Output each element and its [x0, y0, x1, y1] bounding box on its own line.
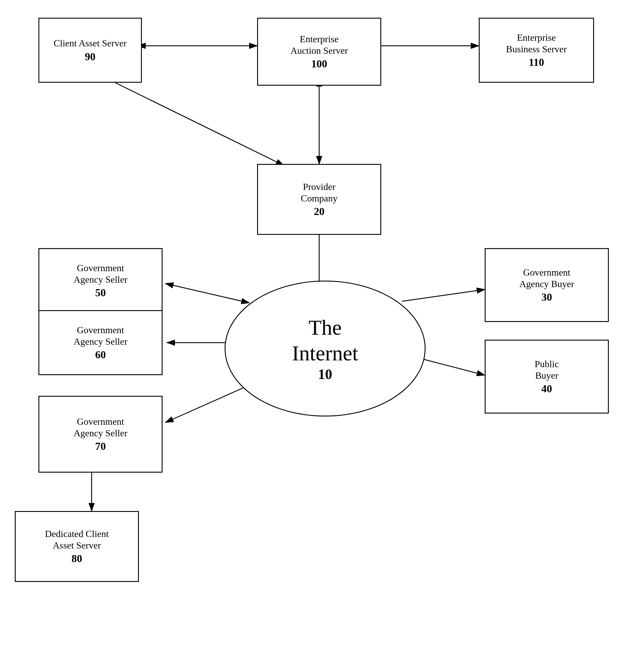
provider-company-label: ProviderCompany — [301, 181, 338, 204]
diagram: Client Asset Server 90 EnterpriseAuction… — [0, 0, 636, 672]
enterprise-auction-server-node: EnterpriseAuction Server 100 — [257, 18, 381, 86]
gov-agency-seller-60-number: 60 — [95, 349, 106, 361]
the-internet-label: TheInternet — [292, 315, 358, 366]
gov-agency-buyer-label: GovernmentAgency Buyer — [519, 267, 574, 289]
dedicated-client-asset-server-number: 80 — [72, 552, 82, 565]
gov-agency-buyer-node: GovernmentAgency Buyer 30 — [485, 248, 609, 322]
svg-line-11 — [402, 289, 485, 301]
gov-agency-seller-60-label: GovernmentAgency Seller — [74, 324, 127, 347]
client-asset-server-node: Client Asset Server 90 — [38, 18, 142, 83]
client-asset-server-number: 90 — [85, 50, 96, 63]
gov-agency-seller-60-node: GovernmentAgency Seller 60 — [38, 310, 162, 375]
svg-line-8 — [165, 284, 242, 301]
enterprise-auction-server-label: EnterpriseAuction Server — [291, 33, 348, 56]
gov-agency-buyer-number: 30 — [541, 291, 552, 303]
dedicated-client-asset-server-label: Dedicated ClientAsset Server — [45, 528, 109, 551]
public-buyer-number: 40 — [541, 383, 552, 395]
provider-company-number: 20 — [314, 205, 324, 218]
provider-company-node: ProviderCompany 20 — [257, 164, 381, 235]
gov-agency-seller-50-number: 50 — [95, 286, 106, 299]
enterprise-auction-server-number: 100 — [311, 58, 327, 70]
public-buyer-label: PublicBuyer — [535, 358, 559, 381]
gov-agency-seller-70-node: GovernmentAgency Seller 70 — [38, 396, 162, 473]
the-internet-number: 10 — [318, 366, 332, 382]
svg-line-10 — [165, 387, 245, 422]
client-asset-server-label: Client Asset Server — [54, 38, 126, 49]
enterprise-business-server-node: EnterpriseBusiness Server 110 — [479, 18, 594, 83]
gov-agency-seller-50-label: GovernmentAgency Seller — [74, 262, 127, 285]
enterprise-business-server-label: EnterpriseBusiness Server — [506, 32, 567, 55]
enterprise-business-server-number: 110 — [529, 56, 544, 68]
gov-agency-seller-70-label: GovernmentAgency Seller — [74, 416, 127, 439]
gov-agency-seller-70-number: 70 — [95, 440, 106, 452]
svg-line-6 — [115, 83, 284, 165]
dedicated-client-asset-server-node: Dedicated ClientAsset Server 80 — [15, 511, 139, 582]
public-buyer-node: PublicBuyer 40 — [485, 340, 609, 413]
the-internet-node: TheInternet 10 — [225, 281, 425, 416]
gov-agency-seller-50-node: GovernmentAgency Seller 50 — [38, 248, 162, 313]
